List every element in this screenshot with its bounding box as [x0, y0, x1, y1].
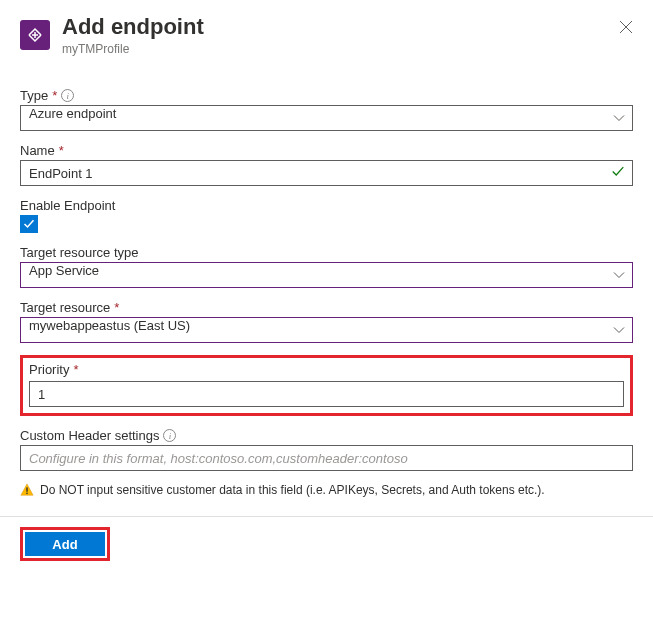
priority-highlight: Priority * [20, 355, 633, 416]
target-resource-select[interactable]: mywebappeastus (East US) [20, 317, 633, 343]
type-label: Type [20, 88, 48, 103]
warning-icon [20, 483, 34, 500]
close-button[interactable] [619, 18, 633, 39]
priority-input[interactable] [29, 381, 624, 407]
page-title: Add endpoint [62, 14, 204, 40]
svg-rect-3 [26, 493, 27, 494]
enable-label: Enable Endpoint [20, 198, 115, 213]
name-input[interactable] [20, 160, 633, 186]
info-icon[interactable]: i [61, 89, 74, 102]
custom-header-label: Custom Header settings [20, 428, 159, 443]
warning-text: Do NOT input sensitive customer data in … [40, 483, 545, 497]
required-mark: * [52, 88, 57, 103]
required-mark: * [59, 143, 64, 158]
name-label: Name [20, 143, 55, 158]
add-button[interactable]: Add [25, 532, 105, 556]
target-resource-type-select[interactable]: App Service [20, 262, 633, 288]
priority-label: Priority [29, 362, 69, 377]
custom-header-input[interactable] [20, 445, 633, 471]
enable-checkbox[interactable] [20, 215, 38, 233]
target-resource-type-label: Target resource type [20, 245, 139, 260]
add-button-highlight: Add [20, 527, 110, 561]
type-select[interactable]: Azure endpoint [20, 105, 633, 131]
required-mark: * [114, 300, 119, 315]
traffic-manager-icon [20, 20, 50, 50]
divider [0, 516, 653, 517]
page-subtitle: myTMProfile [62, 42, 204, 56]
target-resource-label: Target resource [20, 300, 110, 315]
required-mark: * [73, 362, 78, 377]
info-icon[interactable]: i [163, 429, 176, 442]
svg-rect-2 [26, 487, 27, 491]
